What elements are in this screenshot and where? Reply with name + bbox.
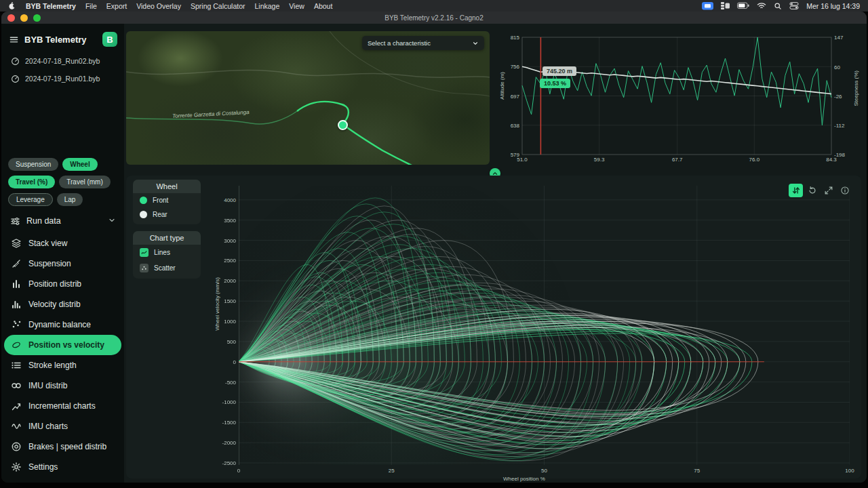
sidebar-item-velocity-distrib[interactable]: Velocity distrib bbox=[4, 294, 121, 314]
menu-view[interactable]: View bbox=[289, 2, 304, 10]
alt-plot-svg bbox=[498, 31, 861, 165]
zoom-button[interactable] bbox=[33, 14, 41, 22]
run-data-label: Run data bbox=[26, 216, 61, 226]
tick-label: 500 bbox=[213, 339, 236, 345]
sidebar-nav: Stack view Suspension Position distrib V… bbox=[1, 229, 124, 457]
tick-label: 100 bbox=[842, 468, 858, 474]
autoscale-button[interactable] bbox=[789, 184, 803, 197]
sidebar-item-brakes-speed-distrib[interactable]: Brakes | speed distrib bbox=[4, 436, 121, 457]
menu-export[interactable]: Export bbox=[106, 2, 127, 10]
front-wheel-dot-icon bbox=[140, 197, 147, 204]
window-controls bbox=[7, 14, 41, 22]
infinity-icon bbox=[11, 380, 22, 391]
travel-mm-toggle[interactable]: Travel (mm) bbox=[59, 176, 111, 188]
battery-icon[interactable] bbox=[737, 2, 749, 9]
wheel-front-option[interactable]: Front bbox=[133, 193, 201, 207]
info-button[interactable] bbox=[837, 184, 852, 197]
sidebar-item-imu-distrib[interactable]: IMU distrib bbox=[4, 375, 121, 396]
tick-label: 67.7 bbox=[669, 157, 686, 163]
sidebar-item-stroke-length[interactable]: Stroke length bbox=[4, 355, 121, 375]
fullscreen-button[interactable] bbox=[821, 184, 835, 197]
scatter-checkbox-icon bbox=[140, 264, 149, 272]
sidebar-app-title: BYB Telemetry bbox=[24, 35, 97, 45]
brake-disc-icon bbox=[11, 441, 22, 452]
menu-file[interactable]: File bbox=[85, 2, 97, 10]
lap-toggle[interactable]: Lap bbox=[57, 193, 83, 206]
sidebar-item-suspension[interactable]: Suspension bbox=[4, 253, 121, 274]
run-file-item[interactable]: 2024-07-19_Run01.byb bbox=[1, 70, 124, 87]
run-file-item[interactable]: 2024-07-18_Run02.byb bbox=[1, 52, 124, 70]
characteristic-dropdown-value: Select a characteristic bbox=[368, 39, 431, 47]
run-data-header[interactable]: Run data bbox=[1, 206, 124, 229]
title-bar[interactable]: BYB Telemetry v2.2.16 - Cagno2 bbox=[1, 12, 867, 24]
sidebar: BYB Telemetry B 2024-07-18_Run02.byb 202… bbox=[1, 24, 124, 483]
control-center-icon[interactable] bbox=[789, 2, 799, 9]
map-route-layer bbox=[126, 31, 490, 165]
sidebar-item-stack-view[interactable]: Stack view bbox=[4, 233, 121, 253]
hamburger-menu-icon[interactable] bbox=[8, 34, 19, 45]
tick-label: -1500 bbox=[213, 420, 236, 426]
loop-chart-icon bbox=[11, 340, 22, 350]
lines-checkbox-icon bbox=[140, 248, 149, 257]
spotlight-search-icon[interactable] bbox=[774, 2, 782, 10]
menu-spring-calculator[interactable]: Spring Calculator bbox=[191, 2, 245, 10]
reset-view-button[interactable] bbox=[805, 184, 819, 197]
tick-label: 76.0 bbox=[746, 157, 762, 163]
run-file-icon bbox=[9, 73, 20, 84]
map-position-marker[interactable] bbox=[338, 120, 348, 130]
suspension-toggle[interactable]: Suspension bbox=[8, 158, 58, 171]
tick-label: 3000 bbox=[213, 238, 236, 244]
sidebar-item-incremental-charts[interactable]: Incremental charts bbox=[4, 396, 121, 416]
tick-label: 25 bbox=[383, 468, 399, 474]
histogram-icon bbox=[11, 299, 22, 310]
window-title: BYB Telemetry v2.2.16 - Cagno2 bbox=[384, 14, 483, 22]
scatter-icon bbox=[11, 319, 22, 330]
sidebar-item-position-vs-velocity[interactable]: Position vs velocity bbox=[4, 335, 121, 355]
sliders-icon bbox=[9, 216, 20, 226]
shock-icon bbox=[11, 258, 22, 269]
tick-label: -2500 bbox=[213, 460, 236, 466]
tick-label: 0 bbox=[231, 468, 247, 474]
stage-manager-icon[interactable] bbox=[721, 2, 730, 9]
tick-label: 147 bbox=[834, 35, 854, 41]
pv-canvas[interactable] bbox=[239, 186, 850, 465]
wifi-icon[interactable] bbox=[757, 2, 766, 9]
menubar-clock[interactable]: Mer 16 lug 14:39 bbox=[806, 2, 860, 10]
screen-recording-indicator-icon[interactable] bbox=[702, 2, 713, 10]
menu-linkage[interactable]: Linkage bbox=[255, 2, 280, 10]
menu-video-overlay[interactable]: Video Overlay bbox=[136, 2, 181, 10]
tick-label: 697 bbox=[500, 94, 519, 100]
wheel-panel: Wheel Front Rear bbox=[133, 180, 201, 224]
chart-type-scatter-option[interactable]: Scatter bbox=[133, 260, 201, 276]
sidebar-item-imu-charts[interactable]: IMU charts bbox=[4, 416, 121, 436]
sidebar-item-settings[interactable]: Settings bbox=[4, 457, 121, 477]
tick-label: -1000 bbox=[213, 399, 236, 405]
characteristic-dropdown[interactable]: Select a characteristic bbox=[362, 36, 484, 50]
minimize-button[interactable] bbox=[20, 14, 28, 22]
desktop: BYB Telemetry File Export Video Overlay … bbox=[0, 0, 868, 488]
apple-menu-icon[interactable] bbox=[8, 1, 16, 10]
toggle-group: Suspension Wheel Travel (%) Travel (mm) … bbox=[1, 158, 124, 206]
map-panel[interactable]: Torrente Garzetta di Costalunga Select a… bbox=[126, 31, 490, 165]
close-button[interactable] bbox=[7, 14, 15, 22]
tick-label: 1000 bbox=[213, 319, 236, 325]
altitude-chart-panel[interactable]: Altitude (m) Steepness (%) 745.20 m 10.5… bbox=[498, 31, 861, 165]
menu-about[interactable]: About bbox=[314, 2, 332, 10]
travel-pct-toggle[interactable]: Travel (%) bbox=[8, 176, 55, 188]
chevron-down-icon bbox=[472, 40, 479, 47]
menubar-app-name[interactable]: BYB Telemetry bbox=[26, 2, 76, 10]
tick-label: 2000 bbox=[213, 278, 236, 284]
chart-type-lines-option[interactable]: Lines bbox=[133, 245, 201, 260]
tick-label: -500 bbox=[213, 380, 236, 386]
pv-chart-panel: Wheel velocity (mm/s) Wheel position % W… bbox=[126, 176, 861, 479]
wheel-toggle[interactable]: Wheel bbox=[62, 158, 97, 171]
altitude-tooltip: 745.20 m bbox=[542, 66, 576, 76]
tick-label: 1500 bbox=[213, 298, 236, 304]
tick-label: 51.0 bbox=[514, 157, 530, 163]
sidebar-item-dynamic-balance[interactable]: Dynamic balance bbox=[4, 314, 121, 335]
leverage-toggle[interactable]: Leverage bbox=[8, 193, 53, 206]
tick-label: 50 bbox=[536, 468, 553, 474]
sidebar-item-position-distrib[interactable]: Position distrib bbox=[4, 274, 121, 294]
tick-label: 75 bbox=[689, 468, 705, 474]
wheel-rear-option[interactable]: Rear bbox=[133, 207, 201, 222]
